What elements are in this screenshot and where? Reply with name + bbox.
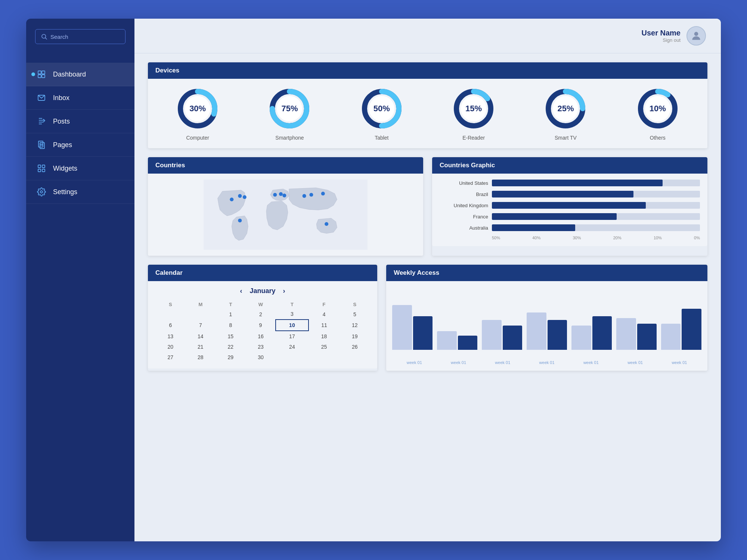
weekly-header: Weekly Access: [386, 265, 707, 281]
sidebar-search[interactable]: Search: [26, 19, 134, 52]
posts-label: Posts: [53, 118, 70, 125]
cal-day[interactable]: 20: [155, 342, 186, 352]
cal-day[interactable]: 19: [340, 331, 370, 342]
cal-day[interactable]: 4: [309, 309, 340, 320]
sidebar: Search Dashboard: [26, 19, 134, 541]
svg-point-48: [321, 192, 325, 196]
weekly-body: week 01week 01week 01week 01week 01week …: [386, 281, 707, 371]
bar-light: [527, 312, 546, 350]
cal-day[interactable]: 22: [216, 342, 246, 352]
bar-dark: [413, 316, 433, 350]
week-label: week 01: [657, 360, 701, 365]
settings-icon: [37, 187, 46, 197]
country-bars: United States Brazil United Kingdom Fran…: [432, 174, 707, 246]
bar-fill: [492, 224, 575, 231]
cal-day[interactable]: 13: [155, 331, 186, 342]
cal-day[interactable]: 3: [276, 309, 308, 320]
bar-dark: [503, 326, 522, 350]
sidebar-item-pages[interactable]: Pages: [26, 133, 134, 157]
cal-day[interactable]: 29: [216, 352, 246, 363]
country-name: United States: [440, 180, 488, 186]
sidebar-item-dashboard[interactable]: Dashboard: [26, 63, 134, 86]
bar-dark: [637, 324, 657, 350]
cal-day[interactable]: 30: [246, 352, 276, 363]
cal-day[interactable]: 21: [186, 342, 216, 352]
cal-day[interactable]: 6: [155, 320, 186, 331]
settings-label: Settings: [53, 188, 77, 196]
cal-day: [186, 309, 216, 320]
svg-point-41: [238, 194, 242, 198]
countries-section: Countries: [148, 157, 423, 256]
cal-day[interactable]: 1: [216, 309, 246, 320]
week-group: [392, 305, 433, 350]
cal-day[interactable]: 24: [276, 342, 308, 352]
device-label: Tablet: [375, 135, 388, 141]
cal-day[interactable]: 23: [246, 342, 276, 352]
svg-point-0: [42, 34, 46, 38]
bar-fill: [492, 213, 617, 220]
country-name: Brazil: [440, 192, 488, 197]
cal-day[interactable]: 17: [276, 331, 308, 342]
sidebar-item-widgets[interactable]: Widgets: [26, 157, 134, 180]
sign-out-link[interactable]: Sign out: [641, 37, 681, 43]
device-item-smart-tv: 25% Smart TV: [543, 86, 588, 141]
bar-dark: [458, 336, 477, 350]
weekly-section: Weekly Access week 01week 01week 01week …: [386, 265, 707, 371]
cal-day[interactable]: 5: [340, 309, 370, 320]
countries-graphic-section: Countries Graphic United States Brazil U…: [432, 157, 707, 256]
avatar-icon: [690, 30, 702, 42]
map-container: [148, 174, 423, 256]
cal-day[interactable]: 10: [276, 320, 308, 331]
device-label: Smart TV: [555, 135, 577, 141]
svg-line-1: [45, 38, 47, 39]
cal-day[interactable]: 14: [186, 331, 216, 342]
dashboard-label: Dashboard: [53, 71, 86, 78]
cal-day[interactable]: 9: [246, 320, 276, 331]
svg-point-43: [273, 193, 277, 197]
svg-rect-4: [38, 75, 41, 78]
week-label: week 01: [481, 360, 525, 365]
sidebar-item-settings[interactable]: Settings: [26, 180, 134, 204]
cal-day[interactable]: 28: [186, 352, 216, 363]
svg-rect-15: [38, 165, 41, 168]
sidebar-item-inbox[interactable]: Inbox: [26, 86, 134, 110]
donut-percent: 50%: [374, 104, 390, 113]
calendar-section: Calendar ‹ January › SMTWTFS123456789101…: [148, 265, 377, 371]
cal-day[interactable]: 18: [309, 331, 340, 342]
cal-day[interactable]: 11: [309, 320, 340, 331]
cal-day[interactable]: 7: [186, 320, 216, 331]
country-name: United Kingdom: [440, 203, 488, 208]
week-group: [661, 309, 701, 350]
bar-light: [661, 324, 681, 350]
cal-day[interactable]: 8: [216, 320, 246, 331]
weekly-chart: [392, 287, 701, 359]
user-info: User Name Sign out: [641, 29, 681, 43]
posts-icon: [37, 116, 46, 126]
cal-prev-arrow[interactable]: ‹: [240, 287, 242, 295]
bar-track: [492, 213, 700, 220]
cal-day: [309, 352, 340, 363]
inbox-icon: [37, 93, 46, 103]
cal-day[interactable]: 16: [246, 331, 276, 342]
cal-day[interactable]: 25: [309, 342, 340, 352]
cal-next-arrow[interactable]: ›: [283, 287, 285, 295]
cal-day: [155, 309, 186, 320]
widgets-icon: [37, 164, 46, 173]
inbox-label: Inbox: [53, 94, 69, 102]
cal-day[interactable]: 26: [340, 342, 370, 352]
cal-day[interactable]: 2: [246, 309, 276, 320]
svg-rect-12: [40, 143, 44, 149]
bar-axis-label: 40%: [532, 236, 540, 240]
devices-grid: 30% Computer 75% Smartphone 50% Tablet: [148, 79, 707, 148]
bottom-row: Calendar ‹ January › SMTWTFS123456789101…: [148, 265, 707, 371]
content: Devices 30% Computer 75% Smartphone: [134, 53, 721, 541]
country-name: France: [440, 214, 488, 220]
cal-day[interactable]: 27: [155, 352, 186, 363]
cal-day[interactable]: 15: [216, 331, 246, 342]
sidebar-item-posts[interactable]: Posts: [26, 110, 134, 133]
week-bars: [482, 320, 522, 350]
search-box[interactable]: Search: [35, 29, 125, 44]
avatar: [686, 26, 706, 46]
cal-day[interactable]: 12: [340, 320, 370, 331]
countries-header: Countries: [148, 157, 423, 174]
